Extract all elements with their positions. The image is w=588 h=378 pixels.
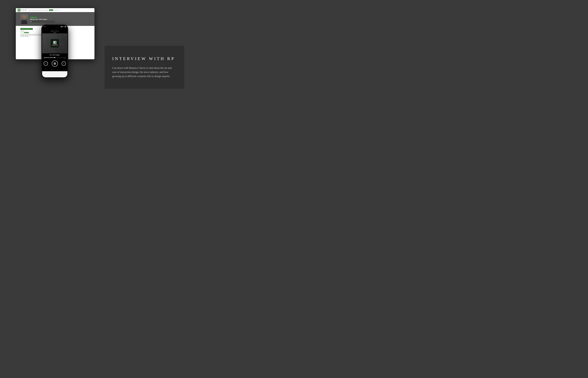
hero-content: NOVEMBER 21, 2016 Episode 167: John Ange…	[30, 15, 54, 23]
dot-1	[53, 32, 54, 33]
skip-back-label: ⟨⟨10	[45, 63, 46, 64]
progress-track	[44, 57, 66, 58]
phone-status-bar: 12:54 ▋▋▋ WiFi ▓▓	[42, 25, 67, 28]
phone-time: 12:54	[44, 26, 46, 27]
phone-screen: 12:54 ▋▋▋ WiFi ▓▓ ⌄ NOW PLAYING	[42, 25, 67, 77]
phone-mockup: 12:54 ▋▋▋ WiFi ▓▓ ⌄ NOW PLAYING	[41, 25, 68, 78]
pause-icon	[54, 63, 55, 65]
svg-rect-3	[54, 42, 55, 43]
nav-blog[interactable]: Blog	[38, 10, 39, 11]
nav-store[interactable]: Store	[43, 10, 45, 11]
interview-body: I sat down with Maurice Cherry to chat a…	[112, 66, 176, 78]
phone-progress-bar[interactable]: 23:51 -24:01	[42, 57, 67, 60]
avatar-person	[20, 14, 28, 24]
hero-title: Episode 167: John Angelo	[30, 19, 54, 20]
audio-player[interactable]	[30, 21, 54, 23]
phone-track-info: 167: John Angelo	[42, 53, 67, 57]
social-icon-2[interactable]	[56, 10, 57, 11]
player-thumb	[40, 21, 41, 22]
pause-bar-2	[55, 63, 55, 65]
album-logo-text: revision path	[52, 45, 58, 46]
social-icon-3[interactable]	[57, 10, 58, 11]
devices-section: revision path Home About Archive Blog Jo…	[0, 0, 105, 135]
site-logo: revision path	[18, 9, 27, 12]
site-nav-links: Home About Archive Blog Jobs Store Conta…	[28, 9, 60, 11]
wifi-icon: WiFi	[63, 26, 65, 27]
album-logo-icon	[53, 41, 56, 44]
interview-title: INTERVIEW WITH RP	[112, 56, 176, 61]
phone-album-art: revision path	[42, 33, 67, 53]
player-fill	[32, 22, 41, 22]
pause-bar-1	[54, 63, 54, 65]
phone-controls: ⟨⟨10 ⟩⟩45	[42, 60, 67, 68]
airplay-icon[interactable]: ⊡	[45, 68, 47, 70]
site-navbar: revision path Home About Archive Blog Jo…	[16, 8, 94, 12]
status-icons: ▋▋▋ WiFi ▓▓	[61, 26, 66, 27]
avatar-head	[23, 15, 26, 19]
progress-times: 23:51 -24:01	[44, 58, 66, 59]
nav-home[interactable]: Home	[28, 10, 30, 11]
player-progress-bar[interactable]	[32, 22, 54, 22]
play-pause-button[interactable]	[52, 60, 58, 67]
site-hero: NOVEMBER 21, 2016 Episode 167: John Ange…	[16, 12, 94, 26]
hero-avatar	[20, 14, 28, 24]
search-icon[interactable]: 🔍	[59, 10, 60, 11]
logo-icon	[18, 9, 20, 12]
progress-fill	[44, 57, 55, 58]
avatar-body	[21, 20, 27, 24]
phone-chevron-icon[interactable]: ⌄	[42, 28, 67, 30]
dot-2	[54, 32, 55, 33]
phone-list-icon[interactable]: ☰	[51, 68, 53, 70]
nav-about[interactable]: About	[32, 10, 34, 11]
nav-icons: 🔍	[55, 10, 60, 11]
text-card: INTERVIEW WITH RP I sat down with Mauric…	[105, 46, 184, 89]
phone-now-playing-label: NOW PLAYING	[42, 30, 67, 32]
download-button[interactable]: DOWNLOAD	[24, 32, 29, 33]
skip-back-button[interactable]: ⟨⟨10	[44, 61, 48, 66]
hero-date-badge: NOVEMBER 21, 2016	[30, 17, 37, 18]
skip-forward-label: ⟩⟩45	[63, 63, 64, 64]
text-section: INTERVIEW WITH RP I sat down with Mauric…	[105, 0, 209, 135]
time-remaining: -24:01	[64, 58, 66, 59]
phone-track-name: 167: John Angelo	[43, 54, 67, 56]
svg-rect-1	[18, 10, 19, 10]
logo-text: revision path	[21, 10, 27, 11]
nav-donate[interactable]: Donate	[49, 9, 53, 11]
phone-share-icon[interactable]: ↗	[57, 68, 59, 70]
phone-page-dots	[42, 32, 67, 33]
phone-bottom-bar: ⊡ ☰ ↗ ⤢	[42, 68, 67, 71]
progress-thumb	[54, 57, 55, 58]
nav-archive[interactable]: Archive	[34, 10, 37, 11]
signal-icon: ▋▋▋	[61, 26, 63, 27]
social-icon-1[interactable]	[55, 10, 55, 11]
dot-3	[56, 32, 56, 33]
nav-contact[interactable]: Contact	[46, 10, 48, 11]
page-wrapper: revision path Home About Archive Blog Jo…	[0, 0, 209, 135]
play-button[interactable]	[30, 21, 32, 22]
download-filename: e167.mp3	[20, 32, 24, 33]
album-logo-box: revision path	[50, 39, 59, 48]
subscribe-apple-podcasts-button[interactable]: Subscribe on Apple Podcasts	[20, 28, 33, 30]
skip-forward-button[interactable]: ⟩⟩45	[62, 61, 66, 66]
battery-icon: ▓▓	[65, 26, 66, 27]
phone-fullscreen-icon[interactable]: ⤢	[63, 68, 65, 70]
time-current: 23:51	[44, 58, 46, 59]
nav-jobs[interactable]: Jobs	[40, 10, 42, 11]
